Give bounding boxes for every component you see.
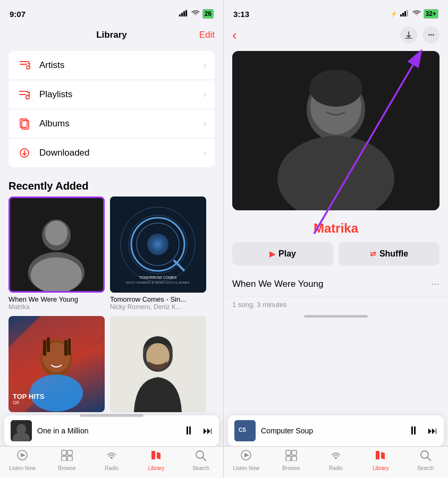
shuffle-button[interactable]: ⇄ Shuffle	[339, 242, 439, 266]
right-tab-bar: Listen Now Browse Radio	[224, 446, 448, 478]
pause-button-right[interactable]: ⏸	[408, 424, 419, 438]
mini-player-controls-left: ⏸ ⏭	[183, 424, 213, 438]
artist-cover	[232, 51, 439, 210]
albums-label: Albums	[39, 118, 204, 129]
svg-rect-2	[183, 11, 185, 16]
svg-point-28	[147, 234, 168, 255]
song-meta-1: 1 song, 3 minutes	[224, 296, 448, 313]
download-button[interactable]	[400, 27, 417, 44]
left-home-indicator	[80, 414, 143, 417]
svg-point-53	[111, 457, 113, 459]
tab-label-search-left: Search	[192, 465, 209, 471]
svg-text:CS: CS	[239, 427, 246, 433]
tab-search-left[interactable]: Search	[185, 449, 217, 471]
tab-label-radio-left: Radio	[105, 465, 119, 471]
song-row-1[interactable]: When We Were Young ···	[224, 272, 448, 296]
play-label: Play	[278, 249, 296, 259]
tab-browse-left[interactable]: Browse	[51, 449, 83, 471]
albums-icon	[17, 116, 32, 131]
edit-button[interactable]: Edit	[199, 30, 215, 40]
album-title-2: Tomorrow Comes - Sin...	[110, 295, 206, 303]
album-item-3[interactable]: TOP HITS OF	[9, 316, 105, 412]
svg-point-21	[45, 221, 68, 245]
album-item-2[interactable]: TOMORROW COMES NICKY ROMERO & DENIZ KOYU…	[110, 197, 206, 311]
svg-rect-79	[376, 451, 379, 459]
downloaded-icon	[17, 146, 32, 160]
playlists-chevron: ›	[204, 90, 206, 99]
song-title-1: When We Were Young	[232, 279, 432, 289]
library-icon-left	[150, 449, 163, 464]
tab-radio-right[interactable]: Radio	[320, 449, 352, 471]
album-cover-1	[9, 197, 105, 293]
svg-line-56	[202, 457, 206, 460]
left-time: 9:07	[10, 10, 26, 19]
skip-forward-button-left[interactable]: ⏭	[203, 425, 213, 437]
tab-search-right[interactable]: Search	[410, 449, 442, 471]
wifi-icon	[191, 10, 200, 18]
album-title-1: When We Were Young	[9, 295, 105, 303]
mini-player-title-left: One in a Million	[37, 426, 183, 435]
recently-added-header: Recently Added	[0, 172, 223, 197]
right-panel: 3:13 ⚡ 32+	[224, 0, 448, 478]
tab-listen-now-left[interactable]: Listen Now	[6, 449, 38, 471]
mini-player-art-left	[11, 420, 32, 441]
album-item-4[interactable]	[110, 316, 206, 412]
shuffle-label: Shuffle	[379, 249, 408, 259]
right-wifi-icon	[412, 10, 421, 18]
album-cover-4	[110, 316, 206, 412]
skip-forward-button-right[interactable]: ⏭	[428, 425, 437, 437]
tab-library-left[interactable]: Library	[140, 449, 172, 471]
tab-label-library-right: Library	[373, 465, 389, 471]
tab-listen-now-right[interactable]: Listen Now	[230, 449, 262, 471]
svg-text:♪: ♪	[27, 95, 29, 99]
more-button[interactable]: ···	[422, 27, 439, 44]
mini-player-art-right: CS	[234, 420, 256, 441]
album-grid: When We Were Young Matrika	[0, 197, 223, 412]
listen-now-icon-right	[240, 449, 252, 464]
svg-rect-52	[67, 456, 72, 461]
tab-radio-left[interactable]: Radio	[96, 449, 128, 471]
downloaded-menu-item[interactable]: Downloaded ›	[9, 139, 215, 167]
svg-marker-48	[21, 453, 26, 457]
right-status-bar: 3:13 ⚡ 32+	[224, 0, 448, 23]
library-icon-right	[374, 449, 387, 464]
artist-actions: ▶ Play ⇄ Shuffle	[224, 242, 448, 266]
downloaded-chevron: ›	[204, 148, 206, 158]
tab-label-search-right: Search	[417, 465, 434, 471]
playlists-menu-item[interactable]: ♪ Playlists ›	[9, 80, 215, 109]
right-mini-player[interactable]: CS Computer Soup ⏸ ⏭	[228, 415, 444, 446]
right-home-indicator	[304, 315, 368, 318]
svg-rect-3	[185, 10, 187, 16]
playlists-label: Playlists	[39, 89, 204, 100]
tab-label-listen-left: Listen Now	[9, 465, 35, 471]
svg-rect-38	[64, 340, 67, 356]
artists-icon	[17, 58, 32, 73]
mini-player-controls-right: ⏸ ⏭	[408, 424, 437, 438]
svg-rect-49	[62, 450, 66, 455]
browse-icon-right	[285, 449, 298, 464]
svg-point-78	[335, 457, 337, 459]
song-more-1[interactable]: ···	[432, 278, 439, 289]
album-cover-3: TOP HITS OF	[9, 316, 105, 412]
pause-button-left[interactable]: ⏸	[183, 424, 195, 438]
tab-browse-right[interactable]: Browse	[275, 449, 307, 471]
back-button[interactable]: ‹	[232, 27, 237, 44]
play-button[interactable]: ▶ Play	[232, 242, 333, 266]
svg-rect-0	[179, 14, 181, 16]
albums-menu-item[interactable]: Albums ›	[9, 109, 215, 139]
album-artist-2: Nicky Romero, Deniz K...	[110, 303, 206, 311]
left-nav-bar: Library Edit	[0, 23, 223, 47]
right-status-icons: ⚡ 32+	[390, 9, 438, 19]
right-signal-icon	[400, 10, 410, 18]
svg-rect-60	[407, 10, 408, 16]
radio-icon-left	[105, 449, 118, 464]
left-mini-player[interactable]: One in a Million ⏸ ⏭	[4, 415, 219, 446]
svg-rect-39	[68, 338, 71, 355]
downloaded-label: Downloaded	[39, 148, 204, 158]
artists-menu-item[interactable]: Artists ›	[9, 51, 215, 80]
album-item-1[interactable]: When We Were Young Matrika	[9, 197, 105, 311]
tab-library-right[interactable]: Library	[365, 449, 396, 471]
library-title: Library	[96, 30, 127, 40]
tab-label-browse-right: Browse	[282, 465, 300, 471]
signal-icon	[179, 10, 189, 18]
